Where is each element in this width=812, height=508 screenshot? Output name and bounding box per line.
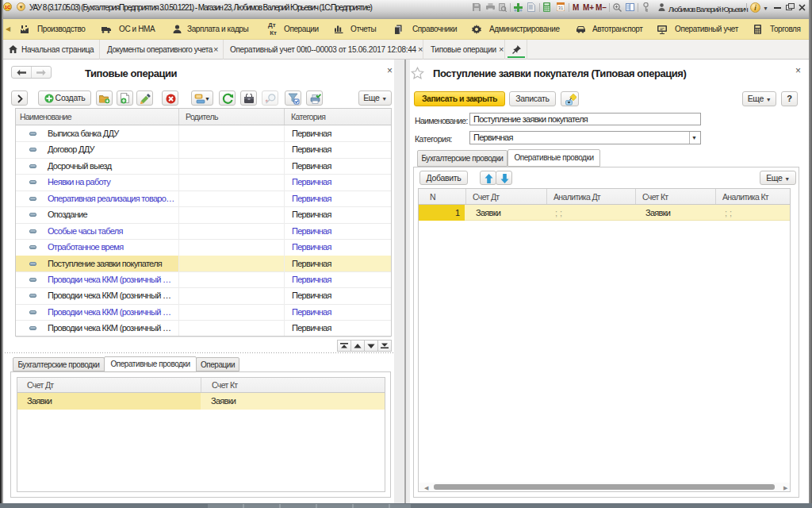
svg-text:31: 31 <box>558 6 564 10</box>
